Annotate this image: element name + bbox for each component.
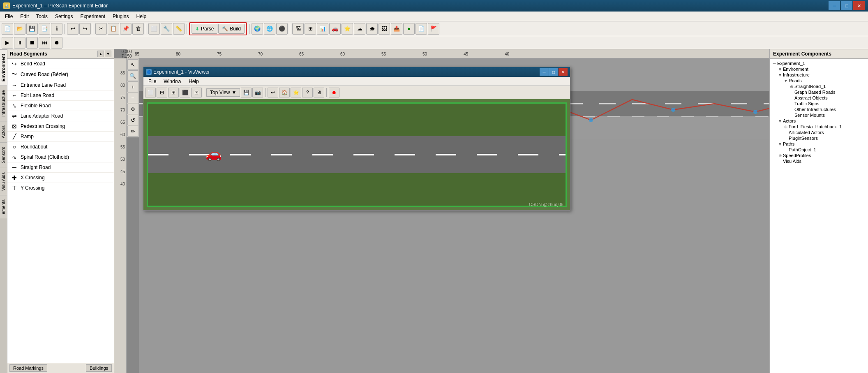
pause-button[interactable]: ⏸ xyxy=(14,37,25,49)
stop-button[interactable]: ⏹ xyxy=(26,37,38,49)
redo-button[interactable]: ↪ xyxy=(79,23,91,35)
list-item-exit-lane[interactable]: ← Exit Lane Road xyxy=(7,90,114,101)
export-btn[interactable]: 📤 xyxy=(391,23,402,35)
tree-paths[interactable]: ▼ Paths xyxy=(771,141,866,147)
measure-button[interactable]: 📏 xyxy=(173,23,185,35)
flag-btn[interactable]: 🚩 xyxy=(428,23,439,35)
vis-view-3[interactable]: ⊞ xyxy=(168,88,179,97)
vis-close-btn[interactable]: ✕ xyxy=(559,68,568,76)
tree-path-object1[interactable]: PathObject_1 xyxy=(771,147,866,153)
list-item-ramp[interactable]: ╱ Ramp xyxy=(7,132,114,142)
vis-red-btn[interactable]: ⏺ xyxy=(329,88,339,97)
vp-zoom-tool[interactable]: 🔍 xyxy=(127,70,138,81)
vis-help-btn[interactable]: ? xyxy=(302,88,313,97)
tree-experiment1[interactable]: ─ Experiment_1 xyxy=(771,60,866,66)
vis-view-5[interactable]: ⊡ xyxy=(191,88,202,97)
list-item-entrance-lane[interactable]: → Entrance Lane Road xyxy=(7,80,114,90)
vp-pan-tool[interactable]: ✥ xyxy=(127,104,138,114)
list-item-x-crossing[interactable]: ✚ X Crossing xyxy=(7,173,114,183)
chart-btn[interactable]: 📊 xyxy=(317,23,328,35)
list-item-spiral-road[interactable]: ∿ Spiral Road (Clothoid) xyxy=(7,152,114,162)
vis-view-1[interactable]: ⬜ xyxy=(145,88,156,97)
tree-abstract-objects[interactable]: Abstract Objects xyxy=(771,95,866,101)
vis-camera-btn[interactable]: 📷 xyxy=(252,88,263,97)
maximize-button[interactable]: □ xyxy=(841,1,852,10)
list-item-straight-road[interactable]: ─ Straight Road xyxy=(7,162,114,173)
vp-zoom-in-tool[interactable]: + xyxy=(127,81,138,92)
vis-menu-file[interactable]: File xyxy=(145,78,159,85)
tree-other-infra[interactable]: Other Infrastructures xyxy=(771,107,866,112)
globe-button[interactable]: 🌍 xyxy=(252,23,263,35)
vp-draw-tool[interactable]: ✏ xyxy=(127,126,138,137)
sidebar-tab-visu-aids[interactable]: Visu Aids xyxy=(0,168,7,195)
snap-button[interactable]: 🔧 xyxy=(161,23,172,35)
undo-button[interactable]: ↩ xyxy=(67,23,78,35)
new-button[interactable]: 📄 xyxy=(2,23,13,35)
menu-file[interactable]: File xyxy=(2,13,16,20)
vp-select-tool[interactable]: ↖ xyxy=(127,59,138,70)
tree-environment[interactable]: ▼ Environment xyxy=(771,66,866,72)
cloud-btn[interactable]: ☁ xyxy=(354,23,365,35)
tree-ford-fiesta[interactable]: ⊕ Ford_Fiesta_Hatchback_1 xyxy=(771,124,866,130)
cut-button[interactable]: ✂ xyxy=(95,23,107,35)
menu-plugins[interactable]: Plugins xyxy=(109,13,132,20)
vis-star-btn[interactable]: ⭐ xyxy=(291,88,301,97)
list-item-pedestrian-crossing[interactable]: ⊠ Pedestrian Crossing xyxy=(7,121,114,132)
save-button[interactable]: 💾 xyxy=(26,23,38,35)
list-item-flexible-road[interactable]: ⤡ Flexible Road xyxy=(7,101,114,111)
frame-button[interactable]: ⬜ xyxy=(148,23,160,35)
tree-straightroad1[interactable]: ⊕ StraightRoad_1 xyxy=(771,83,866,89)
open-button[interactable]: 📂 xyxy=(14,23,25,35)
tree-speed-profiles[interactable]: ⊕ SpeedProfiles xyxy=(771,153,866,158)
buildings-button[interactable]: Buildings xyxy=(86,364,112,372)
record-button[interactable]: ⏺ xyxy=(51,37,62,49)
photo-btn[interactable]: 🖼 xyxy=(379,23,390,35)
play-button[interactable]: ▶ xyxy=(2,37,13,49)
vis-minimize-btn[interactable]: ─ xyxy=(540,68,549,76)
tree-actors[interactable]: ▼ Actors xyxy=(771,118,866,124)
list-item-bend-road[interactable]: ↪ Bend Road xyxy=(7,59,114,69)
delete-button[interactable]: 🗑 xyxy=(132,23,144,35)
sidebar-tab-environment[interactable]: Environment xyxy=(0,49,7,86)
vis-view-2[interactable]: ⊟ xyxy=(157,88,167,97)
vis-arrow-btn[interactable]: ↩ xyxy=(268,88,278,97)
vis-screen-btn[interactable]: 🖥 xyxy=(314,88,324,97)
road-btn[interactable]: 🏗 xyxy=(292,23,304,35)
menu-tools[interactable]: Tools xyxy=(33,13,51,20)
green-circle-btn[interactable]: ● xyxy=(403,23,415,35)
list-item-lane-adapter[interactable]: ⇌ Lane Adapter Road xyxy=(7,111,114,121)
sidebar-tab-ements[interactable]: ements xyxy=(0,195,7,218)
grid-btn[interactable]: ⊞ xyxy=(305,23,316,35)
star-btn[interactable]: ⭐ xyxy=(342,23,353,35)
minimize-button[interactable]: ─ xyxy=(829,1,840,10)
vis-view-4[interactable]: ⬛ xyxy=(180,88,190,97)
paste-button[interactable]: 📌 xyxy=(120,23,132,35)
vis-menu-window[interactable]: Window xyxy=(160,78,185,85)
vp-zoom-out-tool[interactable]: − xyxy=(127,93,138,103)
list-item-curved-road[interactable]: 〜 Curved Road (Bézier) xyxy=(7,69,114,80)
globe2-button[interactable]: 🌐 xyxy=(264,23,275,35)
menu-help[interactable]: Help xyxy=(133,13,150,20)
vis-menu-help[interactable]: Help xyxy=(185,78,202,85)
circle-button[interactable]: ⚫ xyxy=(276,23,288,35)
menu-edit[interactable]: Edit xyxy=(17,13,32,20)
vp-rotate-tool[interactable]: ↺ xyxy=(127,115,138,125)
build-button[interactable]: 🔨 Build xyxy=(218,24,245,34)
tree-sensor-mounts[interactable]: Sensor Mounts xyxy=(771,112,866,118)
doc-btn[interactable]: 📄 xyxy=(416,23,427,35)
list-item-y-crossing[interactable]: ⊤ Y Crossing xyxy=(7,183,114,193)
tree-graph-based-roads[interactable]: Graph Based Roads xyxy=(771,89,866,95)
sidebar-tab-actors[interactable]: Actors xyxy=(0,121,7,142)
vis-home-btn[interactable]: 🏠 xyxy=(279,88,290,97)
save-all-button[interactable]: 📑 xyxy=(39,23,50,35)
menu-settings[interactable]: Settings xyxy=(52,13,76,20)
info-button[interactable]: ℹ xyxy=(51,23,62,35)
vis-save-btn[interactable]: 💾 xyxy=(241,88,252,97)
parse-button[interactable]: ⬇ Parse xyxy=(192,24,217,34)
sidebar-tab-sensors[interactable]: Sensors xyxy=(0,142,7,167)
rain-btn[interactable]: 🌧 xyxy=(366,23,378,35)
close-button[interactable]: ✕ xyxy=(853,1,865,10)
tree-roads[interactable]: ▼ Roads xyxy=(771,78,866,83)
panel-down-btn[interactable]: ▼ xyxy=(105,51,111,57)
road-markings-button[interactable]: Road Markings xyxy=(9,364,47,372)
